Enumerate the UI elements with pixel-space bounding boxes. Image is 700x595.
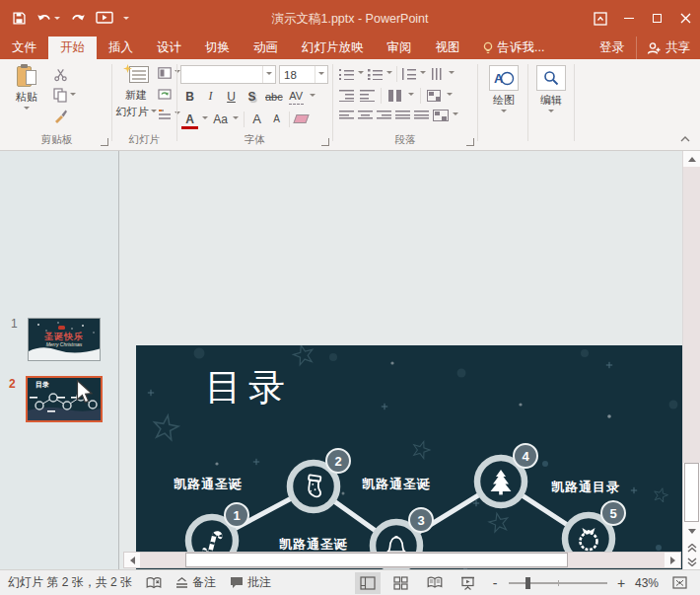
align-text-button[interactable]: [427, 90, 441, 102]
text-direction-button[interactable]: [430, 68, 445, 80]
decrease-font-size-button[interactable]: A: [269, 111, 284, 127]
justify-button[interactable]: [395, 110, 410, 121]
tab-view[interactable]: 视图: [424, 37, 472, 59]
clear-formatting-eraser-icon[interactable]: [293, 114, 309, 123]
character-spacing-dropdown-arrow[interactable]: [310, 94, 315, 100]
font-name-combobox[interactable]: [180, 65, 276, 84]
paragraph-dialog-launcher[interactable]: [466, 138, 474, 146]
horizontal-scroll-thumb[interactable]: [185, 553, 568, 567]
scroll-right-button[interactable]: [665, 553, 680, 567]
smartart-dropdown-arrow[interactable]: [453, 112, 458, 118]
minimize-button[interactable]: [614, 0, 643, 37]
reading-view-button[interactable]: [422, 572, 448, 594]
customize-qat-button[interactable]: [120, 11, 132, 26]
strikethrough-button[interactable]: abc: [265, 88, 283, 105]
horizontal-scrollbar[interactable]: [123, 552, 681, 568]
drawing-button[interactable]: A 绘图: [483, 65, 525, 115]
share-button[interactable]: 共享: [636, 37, 700, 59]
bullets-dropdown-arrow[interactable]: [358, 71, 364, 77]
item-label-4[interactable]: 凯路通目录: [551, 479, 620, 496]
undo-dropdown-arrow[interactable]: [54, 17, 60, 23]
line-spacing-dropdown-arrow[interactable]: [420, 71, 426, 77]
zoom-slider-handle[interactable]: [525, 577, 530, 589]
character-spacing-button[interactable]: AV: [289, 88, 304, 105]
bullets-button[interactable]: [339, 68, 354, 80]
editing-dropdown-arrow[interactable]: [548, 110, 554, 115]
new-slide-dropdown-arrow[interactable]: [151, 110, 157, 115]
zoom-in-button[interactable]: +: [615, 575, 627, 591]
proofing-button[interactable]: [146, 576, 162, 590]
font-name-dropdown[interactable]: [262, 66, 275, 83]
tab-home[interactable]: 开始: [48, 37, 97, 59]
align-right-button[interactable]: [377, 110, 391, 121]
font-color-dropdown-arrow[interactable]: [202, 116, 208, 122]
tab-review[interactable]: 审阅: [376, 37, 424, 59]
format-painter-button[interactable]: [53, 109, 68, 123]
change-case-dropdown-arrow[interactable]: [233, 116, 239, 122]
font-dialog-launcher[interactable]: [321, 138, 329, 146]
slide-title[interactable]: 目录: [205, 363, 292, 412]
tab-slideshow[interactable]: 幻灯片放映: [290, 37, 376, 59]
tell-me-box[interactable]: 告诉我...: [472, 37, 555, 59]
font-size-dropdown[interactable]: [315, 66, 327, 83]
next-slide-button[interactable]: [683, 554, 700, 569]
tab-animations[interactable]: 动画: [242, 37, 290, 59]
clipboard-dialog-launcher[interactable]: [101, 138, 108, 146]
editing-button[interactable]: 编辑: [530, 65, 572, 115]
bold-button[interactable]: B: [182, 88, 197, 105]
paste-dropdown-arrow[interactable]: [24, 107, 30, 112]
align-text-dropdown-arrow[interactable]: [447, 93, 453, 99]
copy-button[interactable]: [53, 88, 76, 103]
drawing-dropdown-arrow[interactable]: [501, 110, 507, 115]
tab-transitions[interactable]: 切换: [193, 37, 242, 59]
fit-slide-to-window-button[interactable]: [666, 572, 692, 594]
font-size-combobox[interactable]: 18: [279, 65, 328, 84]
undo-button[interactable]: [34, 9, 63, 29]
vertical-scroll-thumb[interactable]: [684, 463, 699, 522]
vertical-scrollbar[interactable]: [682, 151, 700, 569]
redo-button[interactable]: [67, 9, 89, 29]
text-shadow-button[interactable]: S: [245, 88, 259, 105]
underline-button[interactable]: U: [224, 88, 239, 105]
increase-font-size-button[interactable]: A: [249, 111, 264, 127]
align-left-button[interactable]: [339, 110, 354, 121]
change-case-button[interactable]: Aa: [213, 111, 228, 127]
slide-sorter-view-button[interactable]: [388, 572, 414, 594]
scroll-left-button[interactable]: [124, 553, 140, 567]
slideshow-view-button[interactable]: [455, 572, 481, 594]
tab-design[interactable]: 设计: [145, 37, 193, 59]
reset-slide-button[interactable]: [158, 88, 172, 101]
font-color-button[interactable]: A: [182, 111, 197, 127]
vertical-scroll-track[interactable]: [683, 167, 700, 463]
zoom-slider[interactable]: [509, 582, 607, 584]
zoom-out-button[interactable]: -: [489, 575, 501, 591]
tab-insert[interactable]: 插入: [97, 37, 145, 59]
italic-button[interactable]: I: [203, 88, 218, 105]
notes-button[interactable]: 备注: [175, 574, 216, 591]
columns-button[interactable]: [387, 90, 402, 102]
new-slide-button[interactable]: 新建 幻灯片: [114, 64, 158, 119]
slide-1-thumbnail[interactable]: 圣诞快乐 Merry Christmas: [28, 318, 101, 361]
columns-dropdown-arrow[interactable]: [408, 93, 414, 99]
decrease-indent-button[interactable]: [339, 90, 354, 102]
numbering-dropdown-arrow[interactable]: [386, 71, 392, 77]
distribute-button[interactable]: [414, 110, 429, 121]
collapse-ribbon-chevron-icon[interactable]: [680, 136, 690, 142]
align-center-button[interactable]: [358, 110, 373, 121]
start-slideshow-button[interactable]: [93, 8, 116, 29]
save-button[interactable]: [9, 8, 30, 29]
cut-button[interactable]: [53, 67, 68, 82]
copy-dropdown-arrow[interactable]: [70, 93, 76, 99]
scroll-up-button[interactable]: [683, 151, 700, 167]
sign-in-button[interactable]: 登录: [588, 37, 636, 59]
paste-button[interactable]: 粘贴: [8, 64, 45, 112]
item-label-1[interactable]: 凯路通圣诞: [174, 476, 243, 493]
numbering-button[interactable]: [368, 68, 383, 80]
increase-indent-button[interactable]: [360, 90, 375, 102]
tab-file[interactable]: 文件: [0, 37, 48, 59]
convert-smartart-button[interactable]: [433, 110, 449, 121]
scroll-down-button[interactable]: [683, 523, 700, 539]
maximize-button[interactable]: [643, 0, 671, 37]
close-button[interactable]: [671, 0, 700, 37]
line-spacing-button[interactable]: [401, 68, 416, 80]
